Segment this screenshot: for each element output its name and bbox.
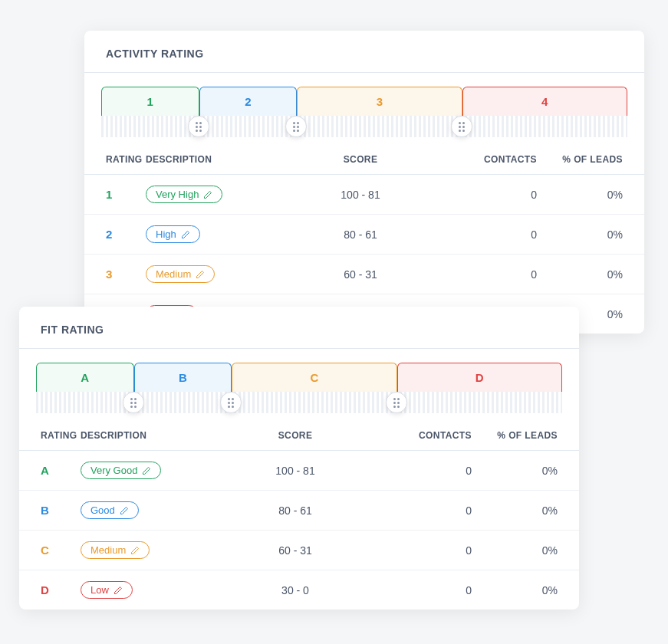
- pencil-icon: [196, 270, 205, 279]
- col-contacts: CONTACTS: [364, 421, 472, 451]
- activity-segment-1[interactable]: 1: [101, 87, 199, 116]
- score-value: 100 - 81: [226, 451, 364, 491]
- activity-segment-4[interactable]: 4: [462, 87, 627, 116]
- description-pill[interactable]: Low: [81, 581, 133, 599]
- col-rating: RATING: [84, 145, 146, 175]
- fit-segment-a[interactable]: A: [36, 363, 134, 392]
- activity-handle-1[interactable]: [188, 116, 209, 137]
- activity-row: 2 High 80 - 61 0 0%: [84, 215, 644, 255]
- fit-table: RATING DESCRIPTION SCORE CONTACTS % OF L…: [19, 421, 579, 610]
- activity-row: 1 Very High 100 - 81 0 0%: [84, 175, 644, 215]
- pencil-icon: [181, 230, 190, 239]
- activity-segment-2[interactable]: 2: [199, 87, 298, 116]
- contacts-value: 0: [364, 570, 472, 610]
- fit-row: B Good 80 - 61 0 0%: [19, 491, 579, 531]
- pill-label: Good: [90, 504, 115, 516]
- description-pill[interactable]: Medium: [81, 541, 150, 559]
- rating-value: 2: [84, 215, 146, 255]
- rating-value: A: [19, 451, 81, 491]
- fit-handle-3[interactable]: [386, 392, 407, 413]
- activity-title: ACTIVITY RATING: [84, 31, 644, 73]
- col-contacts: CONTACTS: [429, 145, 537, 175]
- pct-value: 0%: [472, 570, 579, 610]
- contacts-value: 0: [429, 175, 537, 215]
- fit-segment-b[interactable]: B: [134, 363, 232, 392]
- fit-rating-card: FIT RATING A B C D RATING DESCRIPTION SC…: [19, 307, 579, 610]
- rating-value: D: [19, 570, 81, 610]
- activity-segment-3[interactable]: 3: [297, 87, 462, 116]
- activity-slider-track: [101, 116, 627, 137]
- pencil-icon: [114, 586, 123, 595]
- fit-handle-1[interactable]: [123, 392, 144, 413]
- score-value: 80 - 61: [291, 215, 429, 255]
- col-desc: DESCRIPTION: [81, 421, 226, 451]
- fit-row: A Very Good 100 - 81 0 0%: [19, 451, 579, 491]
- score-value: 100 - 81: [291, 175, 429, 215]
- description-pill[interactable]: Good: [81, 501, 139, 519]
- pencil-icon: [142, 466, 151, 475]
- contacts-value: 0: [429, 215, 537, 255]
- pill-label: High: [156, 228, 176, 240]
- pct-value: 0%: [472, 531, 579, 570]
- score-value: 30 - 0: [226, 570, 364, 610]
- drag-icon: [459, 122, 465, 132]
- col-rating: RATING: [19, 421, 81, 451]
- fit-slider-track: [36, 392, 562, 413]
- drag-icon: [293, 122, 299, 132]
- pill-label: Low: [90, 584, 109, 596]
- score-value: 80 - 61: [226, 491, 364, 531]
- rating-value: B: [19, 491, 81, 531]
- activity-handle-3[interactable]: [451, 116, 472, 137]
- pill-label: Medium: [156, 268, 191, 280]
- description-pill[interactable]: Very Good: [81, 462, 161, 479]
- pct-value: 0%: [472, 451, 579, 491]
- activity-segments: 1 2 3 4: [84, 73, 644, 116]
- score-value: 60 - 31: [226, 531, 364, 570]
- fit-segment-d[interactable]: D: [397, 363, 562, 392]
- drag-icon: [393, 398, 400, 408]
- activity-table: RATING DESCRIPTION SCORE CONTACTS % OF L…: [84, 145, 644, 334]
- fit-segment-c[interactable]: C: [232, 363, 397, 392]
- drag-icon: [130, 398, 137, 408]
- fit-title: FIT RATING: [19, 307, 579, 349]
- contacts-value: 0: [364, 451, 472, 491]
- activity-rating-card: ACTIVITY RATING 1 2 3 4 RATING DESCRIPTI…: [84, 31, 644, 334]
- drag-icon: [196, 122, 202, 132]
- description-pill[interactable]: High: [146, 225, 200, 243]
- activity-handle-2[interactable]: [285, 116, 307, 137]
- pencil-icon: [203, 190, 212, 199]
- pct-value: 0%: [472, 491, 579, 531]
- pct-value: 0%: [537, 175, 644, 215]
- col-pct: % OF LEADS: [472, 421, 579, 451]
- col-score: SCORE: [291, 145, 429, 175]
- pencil-icon: [120, 506, 129, 515]
- rating-value: C: [19, 531, 81, 570]
- pct-value: 0%: [537, 255, 644, 294]
- description-pill[interactable]: Very High: [146, 186, 222, 203]
- pill-label: Very Good: [90, 465, 137, 476]
- rating-value: 3: [84, 255, 146, 294]
- fit-row: D Low 30 - 0 0 0%: [19, 570, 579, 610]
- col-score: SCORE: [226, 421, 364, 451]
- pct-value: 0%: [537, 215, 644, 255]
- pill-label: Very High: [156, 189, 199, 200]
- activity-row: 3 Medium 60 - 31 0 0%: [84, 255, 644, 294]
- col-desc: DESCRIPTION: [146, 145, 291, 175]
- pill-label: Medium: [90, 544, 126, 556]
- pencil-icon: [130, 546, 140, 555]
- fit-handle-2[interactable]: [220, 392, 242, 413]
- rating-value: 1: [84, 175, 146, 215]
- description-pill[interactable]: Medium: [146, 265, 215, 283]
- fit-segments: A B C D: [19, 349, 579, 392]
- contacts-value: 0: [364, 531, 472, 570]
- fit-row: C Medium 60 - 31 0 0%: [19, 531, 579, 570]
- col-pct: % OF LEADS: [537, 145, 644, 175]
- contacts-value: 0: [429, 255, 537, 294]
- contacts-value: 0: [364, 491, 472, 531]
- score-value: 60 - 31: [291, 255, 429, 294]
- drag-icon: [228, 398, 234, 408]
